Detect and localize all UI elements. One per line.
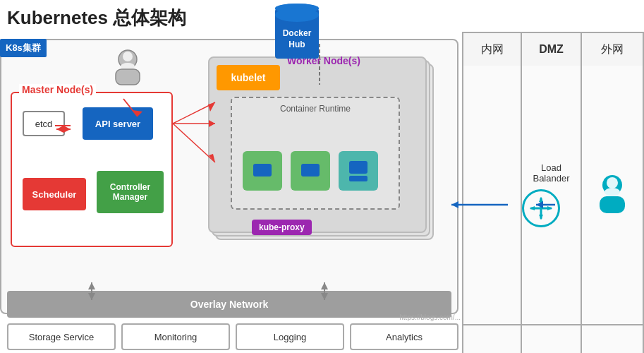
svg-point-1 (123, 52, 133, 61)
svg-marker-6 (539, 197, 543, 202)
load-balancer-label: Load Balander (522, 162, 581, 184)
svg-rect-3 (116, 69, 140, 85)
svg-marker-7 (539, 215, 543, 220)
svg-rect-13 (600, 196, 625, 213)
controller-label: ControllerManager (110, 182, 150, 202)
kube-proxy-box: kube-proxy (252, 220, 312, 235)
load-balancer-container: Load Balander (522, 162, 581, 227)
pod-row (243, 151, 378, 191)
controller-manager-box: ControllerManager (97, 171, 164, 213)
api-server-box: API server (83, 107, 153, 140)
pod-box-3 (339, 151, 378, 191)
zone-external-body (582, 66, 644, 325)
scheduler-label: Scheduler (32, 189, 77, 200)
overlay-network-label: Overlay Network (190, 299, 269, 310)
etcd-box: etcd (23, 111, 65, 136)
docker-hub-label: Docker Hub (275, 28, 319, 50)
service-box-analytics: Analytics (350, 323, 458, 350)
user-avatar-icon (110, 49, 145, 88)
k8s-badge: K8s集群 (0, 39, 47, 57)
master-node-label: Master Node(s) (19, 84, 96, 95)
pod-icon-1 (253, 164, 272, 176)
kube-proxy-label: kube-proxy (259, 222, 305, 232)
docker-hub-area: Docker Hub (275, 4, 319, 59)
zone-intranet-header: 内网 (462, 32, 522, 66)
pod-box-2 (291, 151, 330, 191)
pod-icon-3b (349, 176, 367, 181)
zone-bodies: Load Balander (462, 66, 644, 325)
zone-dmz-body: Load Balander (522, 66, 582, 325)
svg-marker-8 (530, 206, 535, 210)
scheduler-box: Scheduler (23, 178, 86, 210)
zone-dmz-header: DMZ (522, 32, 582, 66)
external-user-icon (594, 174, 631, 216)
load-balancer-svg (528, 196, 554, 221)
service-box-logging: Logging (236, 323, 344, 350)
master-node: Master Node(s) etcd API server Scheduler… (11, 92, 173, 247)
svg-marker-9 (547, 206, 552, 210)
worker-card-1: Worker Node(s) kubelet Container Runtime (208, 56, 427, 233)
pod-icon-3 (349, 161, 367, 174)
container-runtime-label: Container Runtime (280, 104, 351, 114)
overlay-network: Overlay Network (7, 291, 451, 318)
network-zones: 内网 DMZ 外网 Load Balander (462, 0, 644, 353)
etcd-label: etcd (35, 119, 53, 129)
load-balancer-icon (522, 189, 560, 227)
zone-headers: 内网 DMZ 外网 (462, 32, 644, 66)
zone-bottom (462, 325, 644, 353)
service-box-monitoring: Monitoring (121, 323, 230, 350)
page-title: Kubernetes 总体架构 (7, 6, 186, 30)
svg-point-12 (604, 188, 620, 196)
api-server-label: API server (95, 119, 140, 129)
container-runtime-box: Container Runtime (231, 97, 400, 210)
pod-box-1 (243, 151, 282, 191)
zone-external-header: 外网 (582, 32, 644, 66)
main-container: Kubernetes 总体架构 K8s集群 Docker Hub kubectl… (0, 0, 644, 353)
service-boxes: Storage Service Monitoring Logging Analy… (0, 321, 466, 353)
service-box-storage: Storage Service (7, 323, 116, 350)
zone-intranet-body (462, 66, 522, 325)
svg-point-11 (607, 177, 618, 189)
watermark: https://blogs.com/... (399, 313, 461, 321)
kubelet-label: kubelet (231, 72, 265, 83)
pod-icon-2 (301, 164, 320, 176)
kubelet-box: kubelet (217, 65, 280, 90)
worker-node-area: Worker Node(s) kubelet Container Runtime (208, 56, 441, 247)
